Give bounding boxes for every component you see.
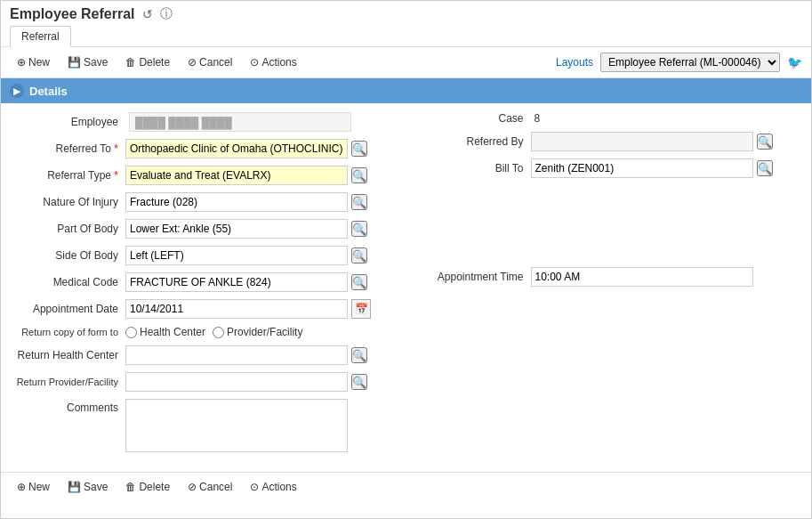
return-health-center-row: Return Health Center 🔍	[10, 345, 389, 365]
part-of-body-control: 🔍	[125, 219, 389, 239]
bill-to-control: 🔍	[531, 158, 773, 178]
new-icon: ⊕	[17, 56, 26, 69]
employee-control: ████ ████ ████	[125, 112, 389, 132]
bottom-delete-button[interactable]: 🗑 Delete	[118, 478, 177, 496]
form-body: Employee ████ ████ ████ Referred To 🔍 Re…	[1, 103, 811, 468]
return-provider-input[interactable]	[125, 372, 348, 392]
delete-label: Delete	[139, 56, 170, 69]
save-label: Save	[84, 56, 108, 69]
medical-code-row: Medical Code 🔍	[10, 272, 389, 292]
layouts-label: Layouts	[556, 56, 593, 69]
appointment-time-row: Appointment Time	[424, 267, 803, 287]
details-section-header: ▶ Details	[1, 78, 811, 103]
comments-label: Comments	[10, 399, 125, 414]
appointment-time-label: Appointment Time	[424, 271, 531, 283]
side-of-body-control: 🔍	[125, 246, 389, 265]
referred-to-control: 🔍	[125, 139, 389, 158]
case-value: 8	[535, 112, 541, 125]
nature-of-injury-search-button[interactable]: 🔍	[351, 194, 367, 210]
referral-tab[interactable]: Referral	[10, 26, 71, 47]
spacer-1	[424, 185, 803, 192]
nature-of-injury-label: Nature Of Injury	[10, 196, 125, 208]
return-copy-control: Health Center Provider/Facility	[125, 326, 389, 338]
bill-to-search-button[interactable]: 🔍	[757, 160, 773, 176]
save-button[interactable]: 💾 Save	[60, 53, 115, 71]
referred-to-search-button[interactable]: 🔍	[351, 141, 367, 157]
toolbar-right: Layouts Employee Referral (ML-000046) 🐦	[556, 53, 802, 72]
info-icon[interactable]: ⓘ	[160, 6, 173, 22]
referral-type-input[interactable]	[125, 166, 348, 185]
save-icon: 💾	[68, 56, 81, 69]
appointment-date-input[interactable]	[125, 299, 348, 319]
return-copy-label: Return copy of form to	[10, 327, 125, 337]
medical-code-input[interactable]	[125, 272, 348, 292]
medical-code-search-button[interactable]: 🔍	[351, 274, 367, 290]
radio-health-center[interactable]	[125, 327, 137, 338]
section-play-icon[interactable]: ▶	[10, 84, 24, 98]
referral-type-search-button[interactable]: 🔍	[351, 167, 367, 183]
side-of-body-input[interactable]	[125, 246, 348, 265]
referred-to-row: Referred To 🔍	[10, 139, 389, 158]
bottom-save-button[interactable]: 💾 Save	[60, 478, 115, 496]
return-health-center-input[interactable]	[125, 345, 348, 365]
appointment-time-control	[531, 267, 753, 287]
nature-of-injury-row: Nature Of Injury 🔍	[10, 192, 389, 212]
radio-provider-text: Provider/Facility	[227, 326, 302, 338]
bottom-delete-label: Delete	[139, 481, 170, 493]
return-provider-search-button[interactable]: 🔍	[351, 374, 367, 390]
part-of-body-input[interactable]	[125, 219, 348, 239]
radio-health-center-text: Health Center	[140, 326, 205, 338]
form-grid: Employee ████ ████ ████ Referred To 🔍 Re…	[10, 112, 802, 459]
referred-to-label: Referred To	[10, 142, 125, 155]
radio-provider[interactable]	[213, 327, 224, 338]
refresh-icon[interactable]: ↺	[142, 7, 153, 21]
appointment-time-input[interactable]	[531, 267, 753, 287]
bill-to-input[interactable]	[531, 158, 753, 178]
return-provider-row: Return Provider/Facility 🔍	[10, 372, 389, 392]
top-toolbar: ⊕ New 💾 Save 🗑 Delete ⊘ Cancel ⊙ Actions…	[1, 47, 811, 78]
spacer-3	[424, 217, 803, 242]
referred-by-row: Referred By 🔍	[424, 132, 803, 151]
return-health-center-search-button[interactable]: 🔍	[351, 347, 367, 363]
nature-of-injury-control: 🔍	[125, 192, 389, 212]
form-left: Employee ████ ████ ████ Referred To 🔍 Re…	[10, 112, 406, 459]
appointment-date-label: Appointment Date	[10, 303, 125, 315]
return-health-center-control: 🔍	[125, 345, 389, 365]
cancel-button[interactable]: ⊘ Cancel	[181, 53, 239, 71]
bottom-new-button[interactable]: ⊕ New	[10, 478, 57, 496]
medical-code-control: 🔍	[125, 272, 389, 292]
actions-button[interactable]: ⊙ Actions	[243, 53, 303, 71]
new-button[interactable]: ⊕ New	[10, 53, 57, 71]
comments-textarea[interactable]	[125, 399, 348, 452]
part-of-body-search-button[interactable]: 🔍	[351, 221, 367, 237]
title-row: Employee Referral ↺ ⓘ	[10, 6, 802, 26]
case-row: Case 8	[424, 112, 803, 125]
referred-by-input[interactable]	[531, 132, 753, 151]
bottom-cancel-button[interactable]: ⊘ Cancel	[181, 478, 239, 496]
radio-health-center-label[interactable]: Health Center	[125, 326, 205, 338]
referred-to-input[interactable]	[125, 139, 348, 158]
side-of-body-search-button[interactable]: 🔍	[351, 247, 367, 264]
bill-to-label: Bill To	[424, 162, 531, 174]
bottom-actions-button[interactable]: ⊙ Actions	[243, 478, 303, 496]
part-of-body-label: Part Of Body	[10, 223, 125, 235]
radio-provider-label[interactable]: Provider/Facility	[213, 326, 302, 338]
bottom-toolbar: ⊕ New 💾 Save 🗑 Delete ⊘ Cancel ⊙ Actions	[1, 472, 811, 501]
appointment-date-row: Appointment Date 📅	[10, 299, 389, 319]
bill-to-row: Bill To 🔍	[424, 158, 803, 178]
layouts-select[interactable]: Employee Referral (ML-000046)	[600, 53, 780, 72]
calendar-button[interactable]: 📅	[351, 299, 371, 319]
bottom-actions-icon: ⊙	[250, 481, 259, 493]
side-of-body-label: Side Of Body	[10, 249, 125, 262]
comments-control	[125, 399, 389, 452]
layouts-icon[interactable]: 🐦	[787, 55, 802, 69]
referred-by-search-button[interactable]: 🔍	[757, 134, 773, 150]
employee-label: Employee	[10, 116, 125, 128]
return-provider-label: Return Provider/Facility	[10, 377, 125, 387]
appointment-date-control: 📅	[125, 299, 389, 319]
delete-button[interactable]: 🗑 Delete	[118, 53, 177, 71]
nature-of-injury-input[interactable]	[125, 192, 348, 212]
referred-by-label: Referred By	[424, 135, 531, 148]
return-provider-control: 🔍	[125, 372, 389, 392]
side-of-body-row: Side Of Body 🔍	[10, 246, 389, 265]
